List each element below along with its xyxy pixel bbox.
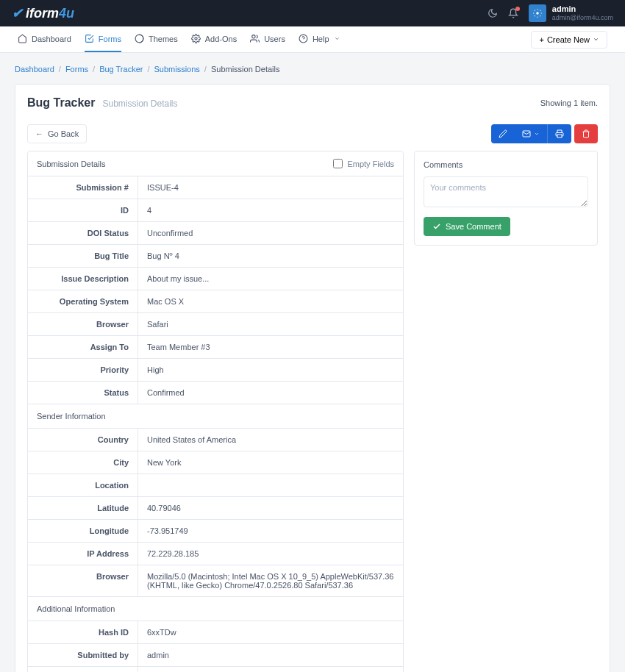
- user-name: admin: [552, 4, 613, 14]
- chevron-down-icon: [334, 35, 340, 42]
- breadcrumb-forms[interactable]: Forms: [65, 65, 88, 74]
- nav-forms[interactable]: Forms: [85, 26, 121, 52]
- page-subtitle: Submission Details: [102, 99, 177, 109]
- row-browser: Browser Safari: [28, 313, 403, 336]
- row-assign-to: Assign To Team Member #3: [28, 336, 403, 359]
- row-bug-title: Bug Title Bug Nº 4: [28, 245, 403, 268]
- email-button[interactable]: [515, 124, 547, 143]
- trash-icon: [582, 129, 590, 138]
- logo-check-icon: ✔: [12, 5, 23, 21]
- svg-rect-7: [557, 135, 562, 137]
- chevron-down-icon: [534, 131, 540, 137]
- details-column: Submission Details Empty Fields Submissi…: [27, 151, 404, 672]
- primary-action-group: [491, 124, 571, 143]
- row-issue-description: Issue Description About my issue...: [28, 268, 403, 290]
- user-menu[interactable]: admin admin@iform4u.com: [529, 4, 613, 22]
- empty-fields-toggle[interactable]: Empty Fields: [333, 159, 394, 168]
- printer-icon: [555, 129, 564, 138]
- details-panel-head: Submission Details Empty Fields: [28, 151, 403, 176]
- page-title-text: Bug Tracker: [27, 96, 95, 110]
- main: Dashboard / Forms / Bug Tracker / Submis…: [0, 53, 625, 672]
- details-panel-title: Submission Details: [37, 160, 106, 168]
- nav-dashboard[interactable]: Dashboard: [18, 26, 71, 52]
- empty-fields-checkbox[interactable]: [333, 159, 343, 168]
- details-panel: Submission Details Empty Fields Submissi…: [27, 151, 404, 672]
- breadcrumb-current: Submission Details: [211, 65, 280, 74]
- go-back-button[interactable]: ← Go Back: [27, 124, 87, 143]
- delete-button[interactable]: [574, 124, 598, 143]
- dark-mode-icon[interactable]: [488, 8, 498, 18]
- row-longitude: Longitude -73.951749: [28, 520, 403, 543]
- nav-help-label: Help: [312, 35, 329, 43]
- navbar: Dashboard Forms Themes Add-Ons Users Hel…: [0, 26, 625, 53]
- user-info: admin admin@iform4u.com: [552, 4, 613, 22]
- nav-users[interactable]: Users: [250, 26, 285, 52]
- row-location: Location: [28, 474, 403, 497]
- nav-users-label: Users: [264, 35, 285, 43]
- breadcrumb-dashboard[interactable]: Dashboard: [15, 65, 54, 74]
- row-operating-system: Operating System Mac OS X: [28, 290, 403, 313]
- page-head: Bug Tracker Submission Details Showing 1…: [27, 96, 598, 110]
- plus-icon: +: [539, 35, 543, 44]
- logo-text: iform4u: [26, 6, 74, 21]
- nav-addons-label: Add-Ons: [205, 35, 237, 43]
- comments-title: Comments: [424, 160, 588, 169]
- go-back-label: Go Back: [48, 129, 79, 138]
- svg-point-3: [252, 35, 255, 38]
- showing-count: Showing 1 item.: [540, 99, 598, 107]
- nav-dashboard-label: Dashboard: [32, 35, 71, 43]
- row-priority: Priority High: [28, 359, 403, 382]
- nav-themes[interactable]: Themes: [135, 26, 178, 52]
- svg-point-0: [536, 12, 539, 15]
- sender-section-head: Sender Information: [28, 404, 403, 429]
- save-comment-label: Save Comment: [446, 222, 501, 231]
- avatar: [529, 4, 546, 22]
- row-doi-status: DOI Status Unconfirmed: [28, 222, 403, 245]
- nav-forms-label: Forms: [99, 35, 121, 43]
- arrow-left-icon: ←: [35, 129, 43, 138]
- breadcrumb: Dashboard / Forms / Bug Tracker / Submis…: [15, 65, 610, 74]
- row-hash-id: Hash ID 6xxTDw: [28, 621, 403, 644]
- row-submitted-by: Submitted by admin: [28, 644, 403, 667]
- row-city: City New York: [28, 451, 403, 474]
- breadcrumb-submissions[interactable]: Submissions: [154, 65, 200, 74]
- row-country: Country United States of America: [28, 429, 403, 451]
- check-icon: [432, 222, 441, 231]
- mail-icon: [522, 129, 531, 138]
- columns: Submission Details Empty Fields Submissi…: [27, 151, 598, 672]
- topbar: ✔ iform4u admin admin@iform4u.com: [0, 0, 625, 26]
- create-new-button[interactable]: + Create New: [531, 31, 607, 49]
- pencil-icon: [499, 129, 507, 138]
- row-latitude: Latitude 40.79046: [28, 497, 403, 520]
- nav-items: Dashboard Forms Themes Add-Ons Users Hel…: [18, 26, 340, 52]
- user-email: admin@iform4u.com: [552, 14, 613, 22]
- breadcrumb-bug-tracker[interactable]: Bug Tracker: [99, 65, 143, 74]
- topbar-right: admin admin@iform4u.com: [488, 4, 613, 22]
- toolbar: ← Go Back: [27, 124, 598, 143]
- edit-button[interactable]: [491, 124, 515, 143]
- row-ip: IP Address 72.229.28.185: [28, 543, 403, 565]
- save-comment-button[interactable]: Save Comment: [424, 217, 510, 236]
- row-submitted: Submitted 1 week ago: [28, 667, 403, 672]
- content-card: Bug Tracker Submission Details Showing 1…: [15, 84, 610, 672]
- row-id: ID 4: [28, 199, 403, 222]
- row-submission-num: Submission # ISSUE-4: [28, 176, 403, 199]
- notifications-icon[interactable]: [508, 8, 518, 18]
- empty-fields-label: Empty Fields: [347, 160, 394, 168]
- additional-section-head: Additional Information: [28, 597, 403, 621]
- comments-column: Comments Save Comment: [414, 151, 598, 672]
- page-title: Bug Tracker Submission Details: [27, 96, 178, 110]
- nav-help[interactable]: Help: [299, 26, 340, 52]
- chevron-down-icon: [593, 36, 599, 43]
- notification-dot: [515, 7, 520, 11]
- create-new-label: Create New: [547, 35, 590, 44]
- comment-input[interactable]: [424, 176, 588, 207]
- action-buttons: [491, 124, 598, 143]
- svg-point-2: [195, 37, 197, 40]
- nav-addons[interactable]: Add-Ons: [191, 26, 237, 52]
- row-status: Status Confirmed: [28, 382, 403, 404]
- nav-themes-label: Themes: [149, 35, 178, 43]
- logo[interactable]: ✔ iform4u: [12, 5, 74, 21]
- print-button[interactable]: [547, 124, 571, 143]
- comments-panel: Comments Save Comment: [414, 151, 598, 246]
